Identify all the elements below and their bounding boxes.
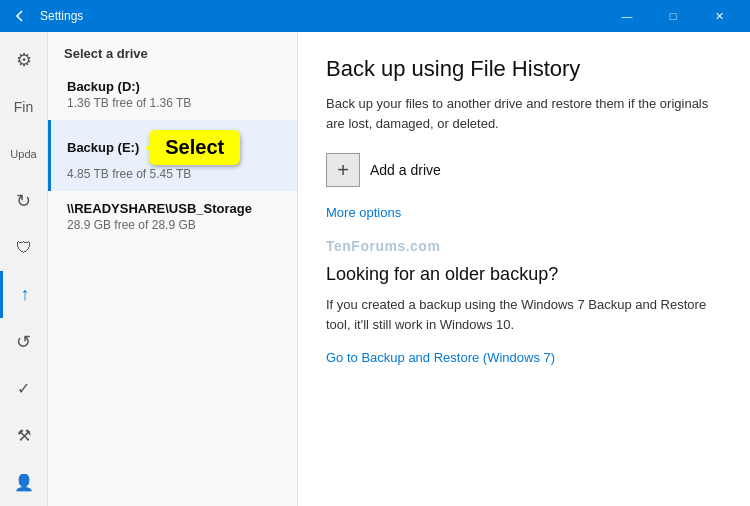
backup-description: Back up your files to another drive and … [326, 94, 722, 133]
drive-panel: Select a drive Backup (D:) 1.36 TB free … [48, 32, 298, 506]
add-drive-icon: + [326, 153, 360, 187]
select-callout: Select [149, 130, 240, 165]
backup-title: Back up using File History [326, 56, 722, 82]
sidebar-item-shield[interactable]: 🛡 [0, 224, 48, 271]
add-drive-button[interactable]: + Add a drive [326, 153, 722, 187]
right-panel: Back up using File History Back up your … [298, 32, 750, 506]
older-backup-desc: If you created a backup using the Window… [326, 295, 722, 334]
maximize-button[interactable]: □ [650, 0, 696, 32]
drive-item-d[interactable]: Backup (D:) 1.36 TB free of 1.36 TB [48, 69, 297, 120]
sidebar-item-gear[interactable]: ⚙ [0, 36, 48, 83]
drive-e-row: Backup (E:) Select [67, 130, 281, 165]
window-title: Settings [40, 9, 604, 23]
sidebar-item-person[interactable]: 👤 [0, 459, 48, 506]
close-button[interactable]: ✕ [696, 0, 742, 32]
drive-d-name: Backup (D:) [67, 79, 281, 94]
watermark: TenForums.com [326, 238, 722, 254]
window-controls: — □ ✕ [604, 0, 742, 32]
win7-restore-link[interactable]: Go to Backup and Restore (Windows 7) [326, 350, 555, 365]
sidebar-item-update[interactable]: Upda [0, 130, 48, 177]
more-options-link[interactable]: More options [326, 205, 722, 220]
sidebar-item-history[interactable]: ↺ [0, 318, 48, 365]
icon-sidebar: ⚙ Fin Upda ↻ 🛡 ↑ ↺ ✓ ⚒ 👤 [0, 32, 48, 506]
sidebar-item-sliders[interactable]: ⚒ [0, 412, 48, 459]
older-backup-title: Looking for an older backup? [326, 264, 722, 285]
drive-panel-header: Select a drive [48, 32, 297, 69]
drive-usb-name: \\READYSHARE\USB_Storage [67, 201, 281, 216]
drive-e-name: Backup (E:) [67, 140, 139, 155]
drive-item-usb[interactable]: \\READYSHARE\USB_Storage 28.9 GB free of… [48, 191, 297, 242]
back-button[interactable] [8, 4, 32, 28]
sidebar-item-check[interactable]: ✓ [0, 365, 48, 412]
app-body: ⚙ Fin Upda ↻ 🛡 ↑ ↺ ✓ ⚒ 👤 Select a drive … [0, 32, 750, 506]
add-drive-label: Add a drive [370, 162, 441, 178]
minimize-button[interactable]: — [604, 0, 650, 32]
sidebar-item-backup[interactable]: ↑ [0, 271, 48, 318]
plus-icon: + [337, 159, 349, 182]
drive-item-e[interactable]: Backup (E:) Select 4.85 TB free of 5.45 … [48, 120, 297, 191]
drive-usb-free: 28.9 GB free of 28.9 GB [67, 218, 281, 232]
drive-e-free: 4.85 TB free of 5.45 TB [67, 167, 281, 181]
title-bar: Settings — □ ✕ [0, 0, 750, 32]
drive-d-free: 1.36 TB free of 1.36 TB [67, 96, 281, 110]
sidebar-item-sync[interactable]: ↻ [0, 177, 48, 224]
sidebar-item-find[interactable]: Fin [0, 83, 48, 130]
